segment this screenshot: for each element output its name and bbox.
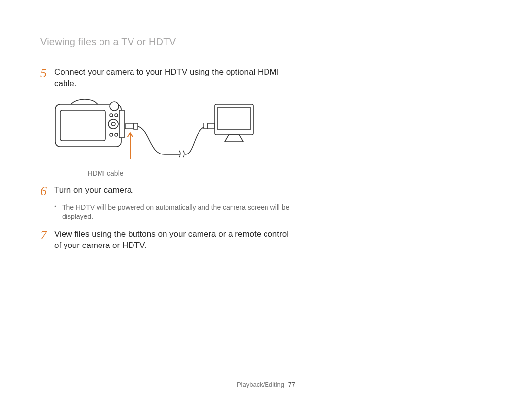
svg-point-6 — [110, 114, 113, 117]
svg-rect-13 — [204, 123, 208, 129]
footer-section: Playback/Editing — [237, 381, 284, 388]
svg-rect-10 — [125, 124, 134, 129]
step-6-notes: The HDTV will be powered on automaticall… — [54, 203, 297, 222]
svg-point-8 — [110, 133, 113, 136]
page-title: Viewing files on a TV or HDTV — [40, 36, 492, 48]
step-text: View files using the buttons on your cam… — [54, 229, 297, 251]
step-text: Connect your camera to your HDTV using t… — [54, 67, 297, 90]
hdmi-connection-illustration — [46, 95, 258, 164]
svg-point-9 — [115, 133, 118, 136]
content-column: 5 Connect your camera to your HDTV using… — [40, 51, 297, 251]
note-item: The HDTV will be powered on automaticall… — [54, 203, 297, 222]
svg-point-7 — [115, 114, 118, 117]
step-number: 6 — [40, 185, 54, 198]
svg-rect-3 — [119, 110, 124, 138]
step-number: 7 — [40, 229, 54, 242]
step-text: Turn on your camera. — [54, 185, 297, 196]
svg-point-2 — [110, 102, 119, 111]
svg-rect-14 — [208, 123, 215, 128]
step-6: 6 Turn on your camera. — [40, 185, 297, 198]
connection-diagram: HDMI cable — [46, 95, 297, 177]
svg-rect-16 — [218, 107, 250, 130]
svg-rect-11 — [134, 123, 138, 129]
page-footer: Playback/Editing 77 — [0, 381, 532, 388]
diagram-caption: HDMI cable — [46, 169, 165, 177]
step-5: 5 Connect your camera to your HDTV using… — [40, 67, 297, 90]
footer-page-number: 77 — [288, 381, 295, 388]
svg-rect-1 — [60, 110, 105, 141]
step-7: 7 View files using the buttons on your c… — [40, 229, 297, 251]
step-number: 5 — [40, 67, 54, 80]
manual-page: Viewing files on a TV or HDTV 5 Connect … — [0, 0, 532, 401]
svg-point-5 — [111, 122, 115, 126]
